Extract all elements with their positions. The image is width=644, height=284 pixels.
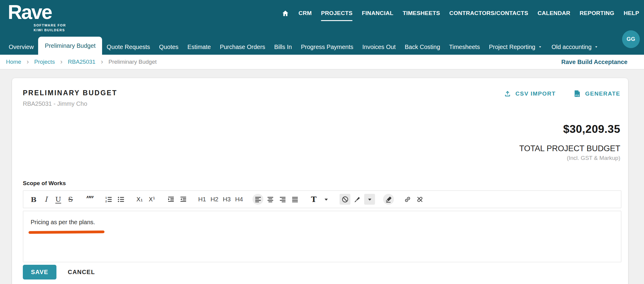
generate-button[interactable]: PDFGENERATE	[573, 90, 620, 98]
highlighter-icon	[354, 196, 361, 203]
nav-financial[interactable]: FINANCIAL	[362, 10, 393, 17]
tab-project-reporting[interactable]: Project Reporting	[484, 39, 547, 55]
upload-icon	[503, 90, 512, 98]
toolbar-group: BIUS	[28, 194, 76, 205]
brand-tagline: SOFTWARE FOR KIWI BUILDERS	[34, 23, 66, 33]
nav-home[interactable]	[282, 10, 289, 17]
project-selector-label: Rave Build Acceptance	[561, 59, 627, 66]
save-button[interactable]: SAVE	[23, 265, 56, 279]
total-label: TOTAL PROJECT BUDGET	[21, 144, 620, 153]
strikethrough-label: S	[68, 195, 73, 203]
tab-timesheets[interactable]: Timesheets	[445, 39, 485, 55]
breadcrumb: Home›Projects›RBA25031›Preliminary Budge…	[6, 59, 157, 65]
link-button[interactable]	[402, 194, 413, 205]
text-style-dropdown-button[interactable]	[321, 194, 331, 205]
toolbar-group	[252, 194, 300, 205]
page-subtitle: RBA25031 - Jimmy Cho	[23, 100, 117, 107]
bold-button[interactable]: B	[28, 194, 39, 205]
tab-overview[interactable]: Overview	[4, 39, 38, 55]
highlighter-button[interactable]	[352, 194, 363, 205]
tab-purchase-orders[interactable]: Purchase Orders	[215, 39, 270, 55]
rich-text-editor: BIUS””12X₁X¹H1H2H3H4T Pricing as per the…	[23, 190, 621, 262]
editor-text: Pricing as per the plans.	[31, 219, 615, 226]
svg-text:PDF: PDF	[575, 94, 581, 97]
project-selector[interactable]: Rave Build Acceptance	[561, 59, 630, 66]
tab-preliminary-budget[interactable]: Preliminary Budget	[38, 37, 102, 55]
align-justify-button[interactable]	[289, 194, 300, 205]
nav-projects[interactable]: PROJECTS	[321, 10, 352, 17]
nav-reporting[interactable]: REPORTING	[579, 10, 614, 17]
top-nav: CRMPROJECTSFINANCIALTIMESHEETSCONTRACTOR…	[282, 4, 639, 22]
superscript-label: X¹	[149, 196, 155, 203]
text-style-button[interactable]: T	[308, 194, 319, 205]
blockquote-button[interactable]: ””	[84, 194, 95, 205]
eraser-button[interactable]	[383, 194, 394, 205]
highlight-dropdown-button[interactable]	[364, 194, 375, 205]
bold-label: B	[31, 195, 36, 203]
app-root: Rave SOFTWARE FOR KIWI BUILDERS CRMPROJE…	[0, 0, 644, 284]
project-tab-bar: OverviewPreliminary BudgetQuote Requests…	[0, 39, 644, 55]
text-style-label: T	[311, 195, 317, 204]
heading-3-button[interactable]: H3	[221, 194, 232, 205]
underline-button[interactable]: U	[53, 194, 64, 205]
breadcrumb-rba25031[interactable]: RBA25031	[68, 59, 95, 65]
svg-text:2: 2	[105, 200, 107, 203]
toolbar-group: H1H2H3H4	[197, 194, 244, 205]
no-highlight-button[interactable]	[340, 194, 350, 205]
strikethrough-button[interactable]: S	[65, 194, 76, 205]
toolbar-group: X₁X¹	[134, 194, 157, 205]
avatar[interactable]: GG	[622, 30, 640, 48]
align-center-icon	[267, 196, 274, 203]
align-right-button[interactable]	[277, 194, 288, 205]
heading-1-button[interactable]: H1	[197, 194, 207, 205]
breadcrumb-preliminary-budget: Preliminary Budget	[108, 59, 157, 65]
align-right-icon	[279, 196, 286, 203]
csv-import-button[interactable]: CSV IMPORT	[503, 90, 556, 98]
card-footer: SAVE CANCEL	[23, 265, 623, 279]
nav-crm[interactable]: CRM	[298, 10, 312, 17]
tab-bills-in[interactable]: Bills In	[270, 39, 296, 55]
italic-button[interactable]: I	[41, 194, 51, 205]
link-icon	[404, 196, 411, 203]
tab-old-accounting[interactable]: Old accounting	[547, 39, 603, 55]
align-left-button[interactable]	[252, 194, 263, 205]
subscript-button[interactable]: X₁	[134, 194, 145, 205]
underline-label: U	[55, 195, 61, 203]
outdent-button[interactable]	[178, 194, 189, 205]
editor-toolbar: BIUS””12X₁X¹H1H2H3H4T	[23, 190, 621, 208]
italic-label: I	[44, 195, 47, 203]
breadcrumb-projects[interactable]: Projects	[34, 59, 55, 65]
nav-timesheets[interactable]: TIMESHEETS	[403, 10, 440, 17]
unlink-button[interactable]	[414, 194, 425, 205]
caret-down-icon	[322, 196, 330, 203]
scope-of-works-label: Scope of Works	[23, 180, 623, 187]
pdf-file-icon: PDF	[573, 90, 581, 98]
nav-help[interactable]: HELP	[624, 10, 639, 17]
heading-2-button[interactable]: H2	[209, 194, 220, 205]
indent-button[interactable]	[165, 194, 176, 205]
tab-estimate[interactable]: Estimate	[183, 39, 215, 55]
tab-invoices-out[interactable]: Invoices Out	[358, 39, 400, 55]
cancel-button[interactable]: CANCEL	[68, 269, 95, 276]
align-center-button[interactable]	[265, 194, 276, 205]
bullet-list-button[interactable]	[115, 194, 126, 205]
total-amount: $30,209.35	[21, 123, 620, 136]
ordered-list-button[interactable]: 12	[103, 194, 114, 205]
tab-progress-payments[interactable]: Progress Payments	[296, 39, 358, 55]
breadcrumb-home[interactable]: Home	[6, 59, 21, 65]
align-justify-icon	[291, 196, 299, 203]
editor-content-area[interactable]: Pricing as per the plans.	[23, 211, 621, 262]
tab-quotes[interactable]: Quotes	[155, 39, 183, 55]
indent-icon	[167, 196, 175, 203]
nav-contractors-contacts[interactable]: CONTRACTORS/CONTACTS	[449, 10, 528, 17]
tab-back-costing[interactable]: Back Costing	[400, 39, 445, 55]
nav-calendar[interactable]: CALENDAR	[537, 10, 570, 17]
tab-quote-requests[interactable]: Quote Requests	[102, 39, 155, 55]
card-actions: CSV IMPORTPDFGENERATE	[503, 90, 620, 98]
caret-down-icon	[594, 44, 599, 49]
superscript-button[interactable]: X¹	[147, 194, 157, 205]
outdent-icon	[180, 196, 187, 203]
toolbar-group	[402, 194, 425, 205]
heading-4-button[interactable]: H4	[234, 194, 244, 205]
breadcrumb-right: Rave Build Acceptance	[561, 59, 638, 66]
